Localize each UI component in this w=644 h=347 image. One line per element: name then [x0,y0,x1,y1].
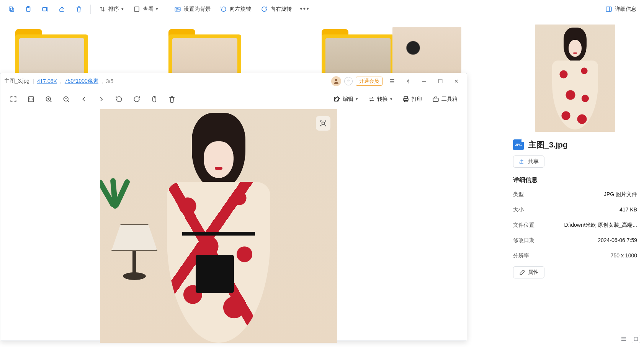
toolbar-separator [90,5,91,14]
view-switch: ☐ [619,335,640,343]
svg-rect-1 [9,7,13,10]
displayed-image [100,109,337,343]
svg-rect-5 [134,7,139,11]
details-label: 详细信息 [615,6,636,13]
sort-button[interactable]: 排序 ▾ [95,2,127,16]
grid-view-icon[interactable]: ☐ [632,335,640,343]
svg-rect-8 [606,7,611,11]
paste-button[interactable] [21,2,36,16]
svg-point-7 [176,8,177,9]
svg-text:1:1: 1:1 [29,98,33,101]
svg-rect-20 [322,122,325,125]
sort-label: 排序 [108,6,119,13]
detail-key: 修改日期 [513,237,534,244]
svg-rect-4 [42,7,47,11]
zoom-in-icon[interactable] [41,92,56,107]
viewer-filename: 主图_3.jpg [4,78,29,85]
rotate-right-button[interactable]: 向右旋转 [257,2,296,16]
menu-icon[interactable]: ☰ [386,75,399,88]
print-label: 打印 [412,96,422,103]
detail-value: 750 x 1000 [611,252,637,259]
detail-row-size: 大小 417 KB [513,205,637,215]
image-viewer-window: 主图_3.jpg | 417.06K , 750*1000像素 , 3/5 ☆ … [0,73,467,341]
share-button[interactable]: 共享 [513,155,544,168]
detail-value: JPG 图片文件 [604,191,637,198]
viewer-filesize[interactable]: 417.06K [37,78,57,84]
details-icon [605,5,613,13]
edit-label: 编辑 [343,96,353,103]
convert-label: 转换 [377,96,388,103]
rotate-right-icon [260,5,268,13]
zoom-out-icon[interactable] [59,92,74,107]
sort-icon [98,5,106,13]
chevron-down-icon: ▾ [121,7,124,11]
viewer-index: 3/5 [106,78,113,84]
next-image-icon[interactable] [94,92,109,107]
print-button[interactable]: 打印 [399,92,426,107]
more-icon: ••• [301,5,309,13]
svg-rect-19 [433,98,438,101]
rotate-left-label: 向左旋转 [230,6,251,13]
chevron-down-icon: ▾ [356,97,358,101]
delete-button[interactable] [71,2,87,16]
share-button[interactable] [54,2,70,16]
detail-key: 大小 [513,206,524,213]
ocr-icon[interactable] [316,116,330,131]
close-button[interactable]: ✕ [450,75,463,88]
share-label: 共享 [528,158,539,165]
user-avatar[interactable] [331,76,341,86]
prev-image-icon[interactable] [76,92,92,107]
copy-button[interactable] [4,2,19,16]
edit-button[interactable]: 编辑 ▾ [330,92,362,107]
toolbox-button[interactable]: 工具箱 [428,92,461,107]
attributes-button[interactable]: 属性 [513,266,544,278]
rotate-left-button[interactable]: 向左旋转 [216,2,255,16]
rotate-left-icon [220,5,227,13]
file-title-row: JPG 主图_3.jpg [513,139,637,150]
detail-value: 2024-06-06 7:59 [598,237,637,244]
attributes-label: 属性 [528,269,539,276]
view-button[interactable]: 查看 ▾ [129,2,162,16]
details-section-title: 详细信息 [513,176,637,184]
viewer-resolution[interactable]: 750*1000像素 [65,78,98,85]
mouse-icon[interactable] [147,92,162,107]
chevron-down-icon: ▾ [390,97,392,101]
detail-key: 分辨率 [513,252,529,259]
details-panel-toggle[interactable]: 详细信息 [601,2,640,16]
vip-label: 开通会员 [359,78,379,84]
set-as-background-button[interactable]: 设置为背景 [170,2,214,16]
minimize-button[interactable]: ─ [418,75,431,88]
detail-key: 类型 [513,191,524,198]
viewer-canvas[interactable] [0,109,467,340]
fullscreen-icon[interactable] [6,92,21,107]
rename-icon [41,5,49,13]
list-view-icon[interactable] [619,335,628,343]
rotate-right-label: 向右旋转 [270,6,292,13]
convert-button[interactable]: 转换 ▾ [364,92,396,107]
details-panel: JPG 主图_3.jpg 共享 详细信息 类型 JPG 图片文件 大小 417 … [506,23,644,347]
detail-key: 文件位置 [513,222,534,229]
pin-icon[interactable] [402,75,415,88]
open-vip-button[interactable]: 开通会员 [356,77,382,86]
chevron-down-icon: ▾ [156,7,158,11]
image-icon [174,5,181,13]
maximize-button[interactable]: ☐ [434,75,447,88]
details-filename: 主图_3.jpg [528,139,568,150]
clipboard-icon [25,5,32,13]
detail-row-location: 文件位置 D:\down\米欧 原创女装_高端... [513,220,637,230]
model-figure [161,113,276,343]
jpg-badge-icon: JPG [513,139,524,150]
rotate-ccw-icon[interactable] [111,92,127,107]
account-badge[interactable]: ☆ [344,77,353,85]
delete-image-icon[interactable] [164,92,180,107]
rotate-cw-icon[interactable] [129,92,144,107]
fit-to-screen-icon[interactable]: 1:1 [23,92,39,107]
more-button[interactable]: ••• [297,2,312,16]
detail-value: 417 KB [619,206,637,213]
svg-rect-6 [175,7,180,11]
share-icon [58,5,66,13]
details-preview-image [535,25,615,132]
toolbox-label: 工具箱 [441,96,458,103]
rename-button[interactable] [38,2,53,16]
lamp-decoration [111,224,157,293]
